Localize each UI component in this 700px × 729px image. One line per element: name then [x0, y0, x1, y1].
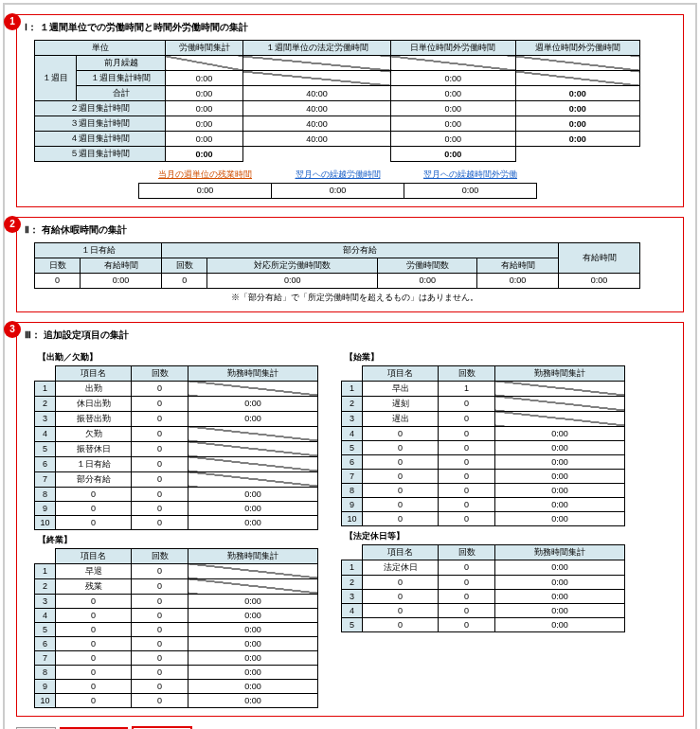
item-count: 0: [439, 560, 495, 575]
sec2-subheader: 有給時間: [477, 258, 559, 273]
item-count: 0: [132, 441, 188, 456]
item-name: 0: [56, 515, 132, 529]
sec1-cell: 0:00: [166, 116, 243, 132]
sec1-cell: 0:00: [515, 101, 639, 116]
item-name: 早退: [56, 563, 132, 578]
row-num: 3: [342, 411, 363, 426]
item-count: 0: [439, 396, 495, 411]
sec1-header: 週単位時間外労働時間: [515, 41, 639, 56]
sec3-header: 項目名: [56, 548, 132, 563]
item-name: 出勤: [56, 381, 132, 396]
item-name: 0: [363, 575, 439, 589]
blank-corner: [35, 548, 56, 563]
item-count: 0: [439, 589, 495, 603]
item-time: 0:00: [188, 396, 318, 411]
item-count: 0: [132, 411, 188, 426]
group-holiday-table: 項目名回数勤務時間集計1法定休日00:002000:003000:004000:…: [341, 544, 625, 632]
sec1-sub-header: 翌月への繰越時間外労働: [404, 168, 537, 183]
group-attendance-table: 項目名回数勤務時間集計1出勤02休日出勤00:003振替出勤00:004欠勤05…: [34, 365, 318, 530]
item-time: 0:00: [188, 411, 318, 426]
row-num: 1: [342, 381, 363, 396]
sec1-cell: 0:00: [391, 71, 515, 86]
sec1-subtable: 当月の週単位の残業時間翌月への繰越労働時間翌月への繰越時間外労働0:000:00…: [138, 168, 537, 199]
blank-corner: [35, 365, 56, 381]
row-label: 合計: [77, 86, 166, 101]
sec1-cell: 0:00: [166, 147, 243, 162]
sec1-table: 単位労働時間集計１週間単位の法定労働時間日単位時間外労働時間週単位時間外労働時間…: [34, 40, 640, 162]
sec1-cell: [391, 56, 515, 71]
item-name: 0: [363, 454, 439, 469]
item-name: 0: [363, 511, 439, 525]
item-name: 0: [56, 501, 132, 515]
row-num: 10: [342, 511, 363, 525]
group-start-table: 項目名回数勤務時間集計1早出12遅刻03遅出04000:005000:00600…: [341, 365, 625, 526]
item-count: 0: [132, 563, 188, 578]
row-num: 7: [35, 471, 56, 487]
sec2-header: １日有給: [35, 242, 162, 258]
section-2: 2 Ⅱ： 有給休暇時間の集計 １日有給部分有給有給時間日数有給時間回数対応所定労…: [16, 217, 684, 312]
sec2-header: 部分有給: [162, 242, 559, 258]
row-num: 7: [35, 650, 56, 665]
row-num: 9: [35, 501, 56, 515]
item-time: 0:00: [188, 665, 318, 679]
row-label: ４週目集計時間: [35, 132, 166, 147]
item-name: 0: [56, 665, 132, 679]
item-time: 0:00: [495, 454, 625, 469]
sec1-cell: 0:00: [166, 132, 243, 147]
row-num: 2: [342, 396, 363, 411]
item-name: 0: [56, 650, 132, 665]
sec1-header: １週間単位の法定労働時間: [242, 41, 390, 56]
sec2-header: 有給時間: [559, 242, 640, 273]
sec2-value: 0:00: [378, 273, 477, 288]
sec1-header: 労働時間集計: [166, 41, 243, 56]
row-num: 5: [35, 441, 56, 456]
item-count: 0: [132, 693, 188, 707]
item-name: 0: [363, 469, 439, 483]
sec1-cell: 0:00: [391, 86, 515, 101]
sec1-cell: 0:00: [391, 101, 515, 116]
item-name: 0: [56, 487, 132, 501]
sec1-cell: [515, 56, 639, 71]
row-num: 8: [342, 483, 363, 497]
sec1-cell: 0:00: [166, 86, 243, 101]
row-num: 1: [35, 381, 56, 396]
item-name: 0: [56, 622, 132, 636]
item-name: 0: [363, 589, 439, 603]
item-count: 0: [132, 608, 188, 622]
item-name: 残業: [56, 578, 132, 594]
row-num: 3: [35, 411, 56, 426]
section-3: 3 Ⅲ： 追加設定項目の集計 【出勤／欠勤】 項目名回数勤務時間集計1出勤02休…: [16, 322, 684, 717]
section-3-title: Ⅲ： 追加設定項目の集計: [25, 329, 675, 342]
row-num: 1: [342, 560, 363, 575]
item-count: 0: [132, 396, 188, 411]
group-attendance-label: 【出勤／欠勤】: [38, 351, 318, 364]
sec1-cell: [242, 147, 390, 162]
row-num: 8: [35, 487, 56, 501]
callout-1: 1: [4, 13, 21, 30]
sec1-cell: 40:00: [242, 86, 390, 101]
item-count: 1: [439, 381, 495, 396]
row-num: 6: [342, 454, 363, 469]
row-num: 2: [35, 396, 56, 411]
week1-label: １週目: [35, 56, 77, 101]
page-frame: 1 Ⅰ： １週間単位での労働時間と時間外労働時間の集計 単位労働時間集計１週間単…: [3, 3, 697, 729]
item-name: 0: [56, 608, 132, 622]
row-num: 2: [342, 575, 363, 589]
row-num: 6: [35, 456, 56, 471]
sec1-header: 日単位時間外労働時間: [391, 41, 515, 56]
sec1-cell: [515, 147, 639, 162]
sec1-cell: [242, 71, 390, 86]
item-time: 0:00: [495, 426, 625, 440]
item-time: 0:00: [188, 636, 318, 650]
tab-aux[interactable]: 集計補助: [132, 726, 192, 730]
sec1-header: 単位: [35, 41, 166, 56]
sec1-sub-header: 翌月への繰越労働時間: [272, 168, 404, 183]
group-start-label: 【始業】: [345, 351, 625, 364]
item-time: [188, 381, 318, 396]
item-time: 0:00: [495, 603, 625, 617]
sec3-header: 回数: [132, 548, 188, 563]
sec2-value: 0: [162, 273, 207, 288]
item-time: [188, 456, 318, 471]
item-time: 0:00: [495, 511, 625, 525]
row-num: 4: [35, 608, 56, 622]
